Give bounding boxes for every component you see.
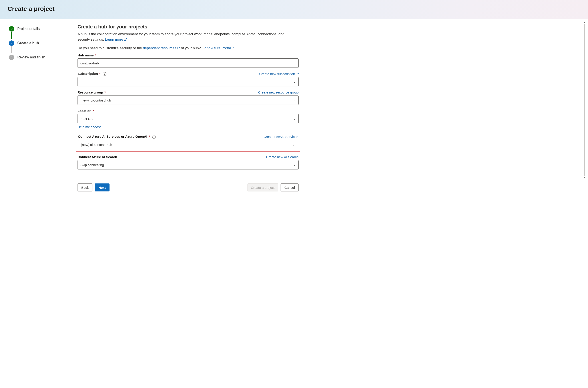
- wizard-sidebar: Project details 2 Create a hub 3 Review …: [0, 19, 72, 197]
- chevron-down-icon: ⌄: [293, 143, 295, 146]
- page-title: Create a project: [8, 5, 580, 12]
- scroll-up-icon[interactable]: ▴: [584, 21, 586, 23]
- page-header: Create a project: [0, 0, 588, 19]
- step-review-finish[interactable]: 3 Review and finish: [9, 53, 68, 61]
- section-title: Create a hub for your projects: [77, 24, 582, 30]
- chevron-down-icon: ⌄: [293, 98, 296, 102]
- hub-name-label: Hub name *: [77, 53, 97, 57]
- field-location: Location * East US ⌄ Help me choose: [77, 109, 298, 129]
- learn-more-link[interactable]: Learn more: [105, 38, 127, 41]
- dependent-resources-link[interactable]: dependent resources: [143, 46, 181, 50]
- external-link-icon: [124, 38, 127, 41]
- customize-prompt: Do you need to customize security or the…: [77, 46, 582, 50]
- step-create-hub[interactable]: 2 Create a hub: [9, 39, 68, 47]
- step-number-icon: 2: [9, 40, 14, 46]
- resource-group-value: (new) rg-contosohub: [80, 98, 111, 102]
- info-icon[interactable]: i: [103, 72, 106, 76]
- content-area: Project details 2 Create a hub 3 Review …: [0, 19, 588, 197]
- location-select[interactable]: East US ⌄: [77, 114, 298, 123]
- create-subscription-link[interactable]: Create new subscription: [259, 72, 298, 76]
- ai-search-select[interactable]: Skip connecting ⌄: [77, 160, 298, 170]
- resource-group-label: Resource group *: [77, 90, 106, 94]
- step-label: Review and finish: [17, 55, 45, 59]
- info-icon[interactable]: i: [152, 135, 156, 139]
- help-me-choose-link[interactable]: Help me choose: [77, 125, 101, 129]
- chevron-down-icon: ⌄: [293, 163, 296, 167]
- ai-services-value: (new) ai-contoso-hub: [81, 143, 112, 146]
- back-button[interactable]: Back: [77, 183, 92, 192]
- chevron-down-icon: ⌄: [293, 117, 296, 120]
- step-list: Project details 2 Create a hub 3 Review …: [9, 25, 68, 61]
- check-icon: [9, 26, 14, 31]
- external-link-icon: [296, 73, 298, 75]
- external-link-icon: [232, 47, 234, 49]
- ai-services-select[interactable]: (new) ai-contoso-hub ⌄: [78, 140, 298, 149]
- field-resource-group: Resource group * Create new resource gro…: [77, 90, 298, 105]
- azure-portal-link[interactable]: Go to Azure Portal: [202, 46, 234, 50]
- main-panel: ▴ ▾ Create a hub for your projects A hub…: [72, 19, 588, 197]
- ai-services-label: Connect Azure AI Services or Azure OpenA…: [78, 135, 156, 139]
- ai-search-value: Skip connecting: [80, 163, 104, 167]
- field-hub-name: Hub name *: [77, 53, 298, 68]
- field-subscription: Subscription * i Create new subscription…: [77, 72, 298, 86]
- location-label: Location *: [77, 109, 94, 113]
- subscription-label: Subscription * i: [77, 72, 106, 76]
- scroll-down-icon[interactable]: ▾: [584, 177, 586, 179]
- subscription-select[interactable]: ⌄: [77, 77, 298, 86]
- step-label: Create a hub: [17, 41, 39, 45]
- cancel-button[interactable]: Cancel: [281, 183, 298, 192]
- step-number-icon: 3: [9, 55, 14, 60]
- create-project-button: Create a project: [247, 183, 279, 192]
- create-ai-search-link[interactable]: Create new AI Search: [266, 155, 298, 159]
- section-description: A hub is the collaboration environment f…: [77, 31, 297, 42]
- create-resource-group-link[interactable]: Create new resource group: [258, 90, 298, 94]
- create-ai-services-link[interactable]: Create new AI Services: [264, 135, 298, 139]
- highlighted-ai-services: Connect Azure AI Services or Azure OpenA…: [76, 133, 300, 152]
- chevron-down-icon: ⌄: [293, 80, 296, 83]
- location-value: East US: [80, 117, 93, 121]
- step-label: Project details: [17, 27, 40, 31]
- step-project-details[interactable]: Project details: [9, 25, 68, 33]
- scrollbar[interactable]: ▴ ▾: [584, 24, 585, 176]
- hub-name-input[interactable]: [77, 58, 298, 68]
- field-ai-search: Connect Azure AI Search Create new AI Se…: [77, 155, 298, 170]
- next-button[interactable]: Next: [95, 183, 110, 192]
- external-link-icon: [177, 47, 180, 49]
- ai-search-label: Connect Azure AI Search: [77, 155, 117, 159]
- field-ai-services: Connect Azure AI Services or Azure OpenA…: [78, 135, 298, 149]
- resource-group-select[interactable]: (new) rg-contosohub ⌄: [77, 96, 298, 105]
- wizard-footer: Back Next Create a project Cancel: [77, 177, 298, 192]
